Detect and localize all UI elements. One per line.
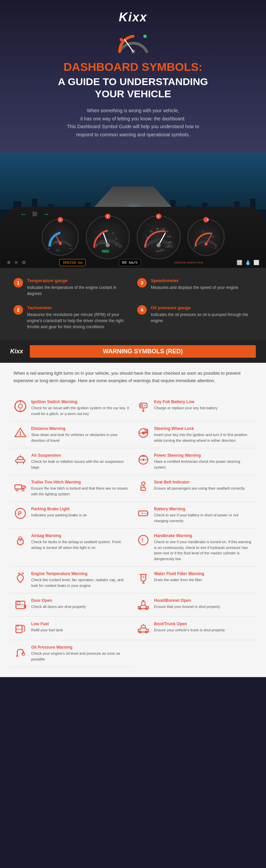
tachometer-gauge: 2 1 2 3 4 5 6 4WD x 1000 bbox=[86, 215, 130, 259]
svg-text:km/h: km/h bbox=[156, 250, 161, 252]
distance-title: Distance Warning bbox=[31, 426, 130, 431]
water-filter-icon bbox=[137, 571, 150, 585]
warning-kixx-logo: Kixx bbox=[10, 348, 23, 355]
trailer-icon bbox=[14, 480, 27, 493]
steering-lock-title: Steering Wheel Lock bbox=[154, 426, 253, 431]
svg-point-50 bbox=[142, 432, 145, 434]
gauge-title-2: Tachometer bbox=[27, 305, 129, 310]
warning-grid: Ignition Switch Warning Check for an iss… bbox=[0, 391, 266, 677]
warning-description: When a red warning light turns on in you… bbox=[0, 363, 266, 391]
warning-item-door-open: Door Open Check all doors are shut prope… bbox=[10, 593, 133, 617]
header-section: Kixx DASHBOARD SYMBOLS: A GUIDE TO UNDER… bbox=[0, 0, 266, 153]
warning-item-keyfob: Key Fob Battery Low Charge or replace yo… bbox=[133, 395, 256, 421]
page-title-line2: A GUIDE TO UNDERSTANDING YOUR VEHICLE bbox=[7, 76, 259, 100]
svg-point-81 bbox=[17, 539, 23, 545]
door-open-icon bbox=[14, 598, 27, 612]
gauge-desc-4: Indicates the oil pressure as oil is pum… bbox=[151, 312, 252, 324]
power-steering-desc: Have a certified technician check the po… bbox=[154, 459, 253, 470]
svg-text:100: 100 bbox=[161, 228, 165, 230]
svg-text:2: 2 bbox=[99, 235, 101, 238]
seatbelt-title: Seat Belt Indicator bbox=[154, 480, 253, 485]
warning-item-parking-brake: P Parking Brake Light Indicates your par… bbox=[10, 502, 133, 529]
warning-item-steering-lock: Steering Wheel Lock Insert your key into… bbox=[133, 421, 256, 448]
svg-text:5: 5 bbox=[116, 237, 117, 240]
svg-point-70 bbox=[142, 482, 145, 485]
svg-text:140: 140 bbox=[56, 249, 59, 251]
keyfob-icon bbox=[137, 399, 150, 413]
svg-text:40: 40 bbox=[146, 236, 149, 239]
svg-text:x1000: x1000 bbox=[55, 241, 61, 243]
water-filter-title: Water Fluid Filter Warning bbox=[154, 571, 253, 576]
svg-text:6: 6 bbox=[116, 243, 117, 246]
parking-brake-icon: P bbox=[14, 507, 27, 520]
svg-text:140: 140 bbox=[167, 235, 171, 238]
ignition-title: Ignition Switch Warning bbox=[31, 399, 130, 404]
warning-section: Kixx WARNING SYMBOLS (RED) When a red wa… bbox=[0, 340, 266, 677]
keyfob-desc: Charge or replace your key fob battery bbox=[154, 405, 253, 411]
gauge-info-speedometer: 3 Speedometer Measures and displays the … bbox=[137, 278, 252, 297]
svg-point-36 bbox=[204, 242, 207, 245]
warning-item-handbrake: ! Handbrake Warning Check to see if your… bbox=[133, 529, 256, 567]
svg-point-38 bbox=[18, 404, 22, 408]
gauge-desc-1: Indicates the temperature of the engine … bbox=[27, 284, 129, 297]
svg-point-42 bbox=[141, 405, 143, 407]
svg-text:20: 20 bbox=[144, 244, 147, 246]
svg-text:120: 120 bbox=[164, 230, 168, 233]
gauge-desc-2: Measures the revolutions per minute (RPM… bbox=[27, 312, 129, 330]
odometer: 300250 km bbox=[59, 259, 86, 266]
warning-item-power-steering: Power Steering Warning Have a certified … bbox=[133, 448, 256, 475]
svg-text:F: F bbox=[202, 231, 204, 233]
svg-text:4: 4 bbox=[112, 232, 114, 235]
distance-icon bbox=[14, 426, 27, 440]
svg-text:160: 160 bbox=[168, 241, 172, 243]
engine-temp-title: Engine Temperature Warning bbox=[31, 571, 130, 576]
steering-lock-desc: Insert your key into the ignition and tu… bbox=[154, 432, 253, 443]
svg-text:H: H bbox=[69, 247, 71, 250]
low-fuel-desc: Refill your fuel tank bbox=[31, 627, 130, 633]
airbag-title: Airbag Warning bbox=[31, 533, 130, 538]
seatbelt-desc: Ensure all passengers are using their se… bbox=[154, 486, 253, 491]
battery-title: Battery Warning bbox=[154, 507, 253, 511]
svg-text:4WD: 4WD bbox=[102, 250, 109, 253]
warning-item-hood-open: Hood/Bonnet Open Ensure that your bonnet… bbox=[133, 593, 256, 617]
door-open-title: Door Open bbox=[31, 598, 130, 603]
svg-rect-54 bbox=[146, 431, 147, 433]
svg-text:200: 200 bbox=[165, 245, 169, 248]
seatbelt-icon bbox=[137, 480, 150, 493]
svg-text:C: C bbox=[48, 247, 50, 250]
svg-rect-64 bbox=[15, 485, 22, 489]
keyfob-title: Key Fob Battery Low bbox=[154, 399, 253, 404]
warning-item-oil-pressure: Oil Pressure Warning Check your engine's… bbox=[10, 640, 133, 667]
ignition-icon bbox=[14, 399, 27, 413]
svg-text:!: ! bbox=[142, 537, 143, 543]
svg-rect-55 bbox=[16, 459, 25, 462]
engine-temp-icon bbox=[14, 571, 27, 585]
gauge-info-oil: 4 Oil pressure gauge Indicates the oil p… bbox=[137, 305, 252, 330]
door-open-desc: Check all doors are shut properly bbox=[31, 604, 130, 610]
kixx-logo: Kixx bbox=[7, 10, 259, 24]
water-filter-desc: Drain the water from the filter bbox=[154, 577, 253, 583]
warning-item-distance: Distance Warning Slow down and look for … bbox=[10, 421, 133, 448]
warning-item-water-filter: Water Fluid Filter Warning Drain the wat… bbox=[133, 567, 256, 593]
battery-desc: Check to see if your battery is short of… bbox=[154, 512, 253, 524]
svg-point-43 bbox=[144, 405, 146, 406]
svg-point-48 bbox=[20, 434, 21, 436]
svg-text:1: 1 bbox=[96, 243, 98, 246]
warning-item-seatbelt: Seat Belt Indicator Ensure all passenger… bbox=[133, 475, 256, 502]
warning-item-air-suspension: Air Suspension Check for leak or inflati… bbox=[10, 448, 133, 475]
warning-item-low-fuel: Low Fuel Refill your fuel tank bbox=[10, 617, 133, 640]
trunk-open-desc: Ensure your vehicle's trunk is shut prop… bbox=[154, 627, 253, 633]
dot-green bbox=[143, 35, 147, 38]
warning-item-trailer: Trailer Tow Hitch Warning Ensure the tow… bbox=[10, 475, 133, 502]
hood-open-desc: Ensure that your bonnet is shut properly bbox=[154, 604, 253, 610]
handbrake-desc: Check to see if your handbrake is turned… bbox=[154, 539, 253, 561]
gauge-number-3: 3 bbox=[137, 278, 147, 288]
svg-point-68 bbox=[22, 489, 24, 491]
gauges-area: ← ⬛ → 1 C H 140 x1000 2 bbox=[0, 207, 266, 268]
warning-item-ignition: Ignition Switch Warning Check for an iss… bbox=[10, 395, 133, 421]
handbrake-icon: ! bbox=[137, 533, 150, 547]
oil-pressure-icon bbox=[14, 645, 27, 658]
svg-text:3: 3 bbox=[106, 229, 108, 232]
warning-title: WARNING SYMBOLS (RED) bbox=[37, 348, 249, 355]
gauge-desc-3: Measures and displays the speed of your … bbox=[151, 284, 238, 291]
